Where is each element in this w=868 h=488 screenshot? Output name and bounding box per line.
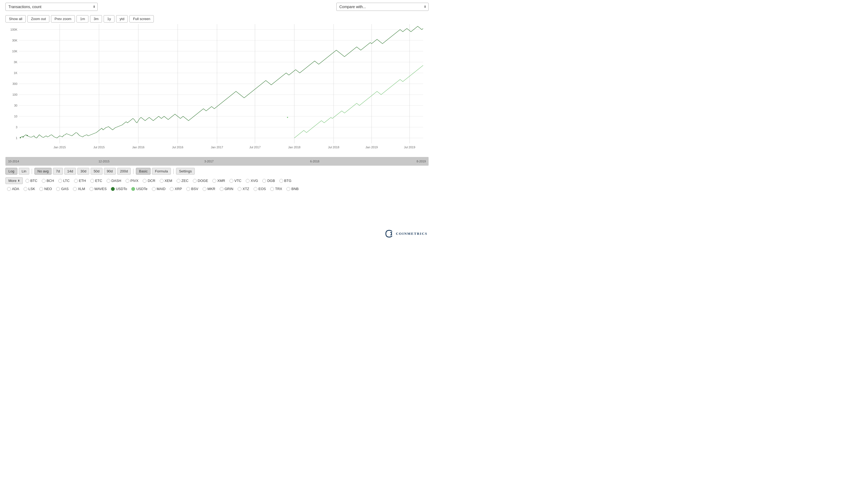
timeline-label-2: 12-2015 bbox=[98, 160, 109, 163]
coin-radio-mkr bbox=[203, 187, 207, 191]
coin-label-bch: BCH bbox=[46, 178, 54, 183]
coin-label-dgb: DGB bbox=[267, 178, 275, 183]
coin-row-2: ADA LSK NEO GAS XLM WAVES USDTo USDTe MA… bbox=[0, 185, 434, 193]
coin-doge[interactable]: DOGE bbox=[191, 178, 210, 183]
coin-xvg[interactable]: XVG bbox=[244, 178, 259, 183]
svg-text:1K: 1K bbox=[14, 71, 18, 74]
coin-lsk[interactable]: LSK bbox=[22, 186, 37, 191]
coin-label-bnb: BNB bbox=[291, 187, 299, 191]
timeline-scrubber[interactable]: 10-2014 12-2015 3-2017 6-2018 8-2019 bbox=[5, 157, 429, 166]
coin-radio-usdte bbox=[131, 187, 135, 191]
lin-button[interactable]: Lin bbox=[19, 168, 29, 174]
coin-label-dash: DASH bbox=[112, 178, 121, 183]
200d-button[interactable]: 200d bbox=[117, 168, 131, 174]
log-button[interactable]: Log bbox=[5, 168, 18, 174]
coin-xrp[interactable]: XRP bbox=[168, 186, 184, 191]
coin-radio-xrp bbox=[170, 187, 174, 191]
settings-button[interactable]: Settings bbox=[176, 168, 195, 174]
coin-radio-gas bbox=[56, 187, 60, 191]
coin-vtc[interactable]: VTC bbox=[228, 178, 243, 183]
90d-button[interactable]: 90d bbox=[104, 168, 116, 174]
coin-label-xvg: XVG bbox=[251, 178, 258, 183]
logo-icon bbox=[384, 229, 394, 238]
formula-button[interactable]: Formula bbox=[152, 168, 171, 174]
scale-controls: Log Lin No avg 7d 14d 30d 50d 90d 200d B… bbox=[0, 166, 434, 176]
coin-mkr[interactable]: MKR bbox=[201, 186, 217, 191]
coin-zec[interactable]: ZEC bbox=[175, 178, 190, 183]
top-controls: Transactions, count Compare with... bbox=[0, 0, 434, 13]
coin-maid[interactable]: MAID bbox=[150, 186, 167, 191]
coin-eth[interactable]: ETH bbox=[72, 178, 88, 183]
coin-ada[interactable]: ADA bbox=[5, 186, 21, 191]
svg-text:Jan 2015: Jan 2015 bbox=[54, 145, 66, 149]
coin-label-grin: GRIN bbox=[225, 187, 234, 191]
coin-xmr[interactable]: XMR bbox=[211, 178, 227, 183]
coin-waves[interactable]: WAVES bbox=[88, 186, 108, 191]
coin-dash[interactable]: DASH bbox=[105, 178, 123, 183]
coin-label-btc: BTC bbox=[30, 178, 37, 183]
coin-ltc[interactable]: LTC bbox=[57, 178, 71, 183]
coin-grin[interactable]: GRIN bbox=[218, 186, 235, 191]
coin-radio-eth bbox=[74, 179, 78, 183]
coin-radio-xmr bbox=[212, 179, 216, 183]
coin-label-xem: XEM bbox=[165, 178, 172, 183]
zoom-out-button[interactable]: Zoom out bbox=[27, 15, 50, 23]
coin-xem[interactable]: XEM bbox=[158, 178, 174, 183]
coin-trx[interactable]: TRX bbox=[269, 186, 284, 191]
coin-label-maid: MAID bbox=[157, 187, 166, 191]
coin-radio-bch bbox=[42, 179, 45, 183]
coin-radio-dcr bbox=[143, 179, 147, 183]
svg-text:3: 3 bbox=[16, 126, 18, 129]
coin-eos[interactable]: EOS bbox=[252, 186, 268, 191]
14d-button[interactable]: 14d bbox=[64, 168, 76, 174]
30d-button[interactable]: 30d bbox=[77, 168, 89, 174]
svg-text:1: 1 bbox=[16, 136, 18, 140]
svg-rect-0 bbox=[19, 24, 423, 149]
coin-radio-dash bbox=[106, 179, 111, 183]
basic-button[interactable]: Basic bbox=[136, 168, 151, 174]
coin-radio-xlm bbox=[73, 187, 77, 191]
svg-text:30K: 30K bbox=[12, 39, 18, 42]
coin-pivx[interactable]: PIVX bbox=[124, 178, 140, 183]
coin-label-dcr: DCR bbox=[148, 178, 155, 183]
prev-zoom-button[interactable]: Prev zoom bbox=[51, 15, 75, 23]
compare-dropdown[interactable]: Compare with... bbox=[336, 3, 429, 11]
svg-text:Jul 2019: Jul 2019 bbox=[404, 145, 415, 149]
1y-button[interactable]: 1y bbox=[104, 15, 115, 23]
coin-usdte[interactable]: USDTe bbox=[130, 186, 149, 191]
coin-dcr[interactable]: DCR bbox=[141, 178, 157, 183]
coin-radio-neo bbox=[39, 187, 43, 191]
coin-radio-maid bbox=[152, 187, 156, 191]
more-button[interactable]: More bbox=[5, 177, 23, 184]
coin-label-vtc: VTC bbox=[235, 178, 241, 183]
coin-neo[interactable]: NEO bbox=[38, 186, 54, 191]
ytd-button[interactable]: ytd bbox=[116, 15, 128, 23]
no-avg-button[interactable]: No avg bbox=[34, 168, 52, 174]
1m-button[interactable]: 1m bbox=[76, 15, 88, 23]
coin-bsv[interactable]: BSV bbox=[185, 186, 200, 191]
svg-text:Jan 2019: Jan 2019 bbox=[365, 145, 378, 149]
coin-gas[interactable]: GAS bbox=[55, 186, 70, 191]
svg-point-44 bbox=[23, 136, 24, 137]
coin-label-usdto: USDTo bbox=[116, 187, 127, 191]
fullscreen-button[interactable]: Full screen bbox=[129, 15, 154, 23]
coin-etc[interactable]: ETC bbox=[89, 178, 104, 183]
show-all-button[interactable]: Show all bbox=[5, 15, 26, 23]
metric-dropdown[interactable]: Transactions, count bbox=[5, 3, 98, 11]
coin-btc[interactable]: BTC bbox=[24, 178, 39, 183]
coin-bnb[interactable]: BNB bbox=[285, 186, 300, 191]
coin-dgb[interactable]: DGB bbox=[261, 178, 276, 183]
chart-svg[interactable]: 100K 30K 10K 3K 1K 300 100 30 10 3 1 Jan… bbox=[5, 24, 429, 157]
zoom-controls: Show all Zoom out Prev zoom 1m 3m 1y ytd… bbox=[0, 13, 434, 24]
coin-xlm[interactable]: XLM bbox=[71, 186, 87, 191]
7d-button[interactable]: 7d bbox=[53, 168, 63, 174]
coin-radio-ada bbox=[7, 187, 11, 191]
coin-bch[interactable]: BCH bbox=[40, 178, 56, 183]
50d-button[interactable]: 50d bbox=[91, 168, 102, 174]
coin-xtz[interactable]: XTZ bbox=[236, 186, 251, 191]
coin-usdto[interactable]: USDTo bbox=[109, 186, 129, 191]
svg-text:Jul 2017: Jul 2017 bbox=[249, 145, 261, 149]
coin-radio-ltc bbox=[58, 179, 62, 183]
coin-btg[interactable]: BTG bbox=[278, 178, 293, 183]
3m-button[interactable]: 3m bbox=[90, 15, 102, 23]
